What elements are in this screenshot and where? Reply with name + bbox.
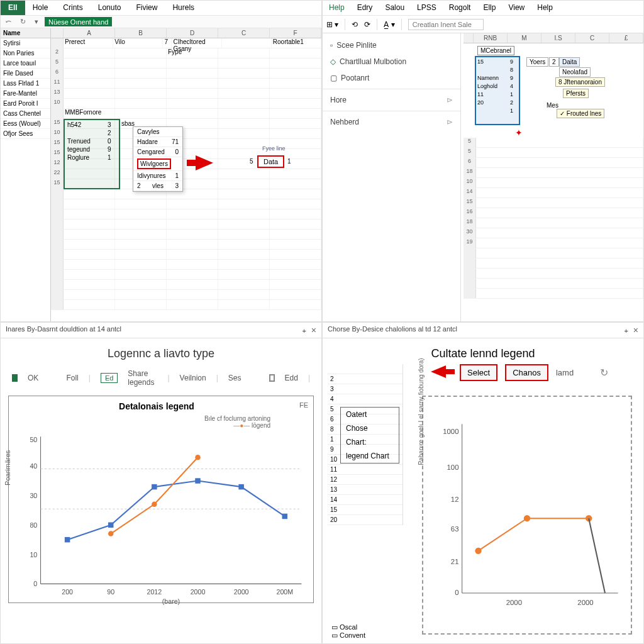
chart-placeholder[interactable]: Pahanıre goelı I el sarny fiobung dora) … [422,396,632,635]
svg-text:2000: 2000 [191,588,206,596]
list-item[interactable]: Eard Poroit I [1,99,50,109]
menu-item[interactable]: Rogolt [443,1,477,15]
chart-main-title: Logennc a liavto type [1,338,321,364]
selection-range[interactable]: h5423 2 Trenued0 tegeund9 Roglure1 [64,119,120,189]
col-header[interactable]: A [64,28,115,38]
redo-icon[interactable]: ⟳ [364,20,370,29]
cell[interactable]: MMBFornore [64,109,115,118]
svg-text:63: 63 [451,525,459,533]
col-header[interactable]: F [270,28,321,38]
menu-item[interactable]: Hole [25,1,56,15]
svg-text:200: 200 [62,588,73,596]
list-item[interactable]: Eess (Wouel) [1,119,50,129]
list-item[interactable]: Ofjor Sees [1,129,50,139]
cell-label: Fyee line [262,145,286,152]
list-item[interactable]: Non Paries [1,48,50,58]
menu-item[interactable]: Edry [351,1,379,15]
ed-button[interactable]: Ed [101,373,118,383]
cell[interactable]: 7 [163,38,172,48]
footer-item[interactable]: ▭ Oscal [331,623,365,631]
chanos-button[interactable]: Chanos [505,364,548,381]
highlighted-option[interactable]: Wivlgoers [137,158,171,169]
drag-handle-icon[interactable]: ✦ [515,128,523,138]
svg-text:2000: 2000 [234,588,249,596]
svg-rect-11 [108,523,114,528]
dropdown-icon[interactable]: ▾ [32,17,41,26]
footer-item[interactable]: ▭ Convent [331,631,365,640]
refresh-icon[interactable]: ↻ [600,367,608,379]
menu-item[interactable]: Help [531,1,559,15]
chart-container[interactable]: Detalonais legend FE Bıle cf foclurng ar… [8,396,314,603]
menu-option[interactable]: ◇Chartllual Mulbotion [323,53,460,70]
dropdown-item[interactable]: Oatert [341,408,399,421]
undo-icon[interactable]: ⤺ [3,17,14,26]
menu-help[interactable]: Help [323,1,351,15]
cell[interactable] [222,38,272,48]
search-input[interactable] [408,19,484,30]
header-tag[interactable]: MCebranel [477,46,514,55]
spreadsheet-grid[interactable]: A B D C F Prerect Vilo 7 CIhecltored Gsa… [51,28,321,321]
sheet-area: Name Sytirsi Non Paries Larce toauıl Fil… [1,28,321,321]
menu-item[interactable]: Crints [55,1,90,15]
grid-body[interactable]: Prerect Vilo 7 CIhecltored Gsany Roortab… [51,38,321,310]
col-header[interactable]: B [115,28,167,38]
menu-option[interactable]: Nehberd⊳ [323,114,460,130]
dropdown-item[interactable]: Chart: [341,435,399,449]
mini-spreadsheet[interactable]: RNB M I.S C £ MCebranel 159 8 Namenn9 Lo… [461,33,643,321]
menu-option[interactable]: ▫Scee Pinlite [323,37,460,53]
context-popup[interactable]: Cavyles Hadare71 Cengared0 Wivlgoers Idi… [133,126,183,192]
col-header[interactable]: D [167,28,218,38]
list-item[interactable]: Cass Chentel [1,109,50,119]
close-icon[interactable]: × [311,325,316,335]
data-button[interactable]: Data [257,155,284,168]
redo-icon[interactable]: ↻ [18,17,28,26]
list-item[interactable]: Larce toauıl [1,58,50,69]
col-header[interactable]: C [218,28,270,38]
page-icon: ▫ [330,41,333,50]
list-item[interactable]: Fare-Mantel [1,89,50,99]
button-row: Select Chanos lamd ↻ [460,364,608,381]
option[interactable]: Foll [66,374,78,382]
option[interactable]: Veilnion [180,374,206,382]
menu-option[interactable]: Hore⊳ [323,92,460,108]
menu-item[interactable]: Ellp [477,1,502,15]
menu-item[interactable]: Hurels [165,1,202,15]
checkbox-edd[interactable] [269,374,275,382]
option[interactable]: Ses [228,374,242,382]
dropdown-item[interactable]: Chose [341,421,399,435]
cell[interactable]: CIhecltored Gsany [172,38,221,48]
cell[interactable]: Prerect [64,38,113,48]
selection-range[interactable]: 159 8 Namenn9 Loghold4 111 202 1 [475,56,520,125]
list-item[interactable]: Sytirsi [1,38,50,48]
list-item[interactable]: Lass Flrlad 1 [1,79,50,89]
cell[interactable]: Fype [167,48,218,58]
format-icon[interactable]: A̲ ▾ [384,20,394,29]
dropdown-item[interactable]: legend Chart [341,449,399,463]
menu-item[interactable]: Lonuto [91,1,129,15]
cell[interactable]: Vilo [113,38,163,48]
select-button[interactable]: Select [460,364,497,381]
cell-tag: Yoers [526,57,548,67]
add-icon[interactable]: + [624,327,628,335]
name-box[interactable]: Nüese Oınent hand [45,17,112,26]
menu-file[interactable]: Ell [1,1,25,15]
menu-option[interactable]: ▢Pootanrt [323,70,460,86]
list-item[interactable]: File Dased [1,69,50,79]
option[interactable]: Share legends [128,369,157,387]
menu-item[interactable]: LPSS [411,1,443,15]
cell[interactable]: Roortable1 [272,38,321,48]
menu-item[interactable]: View [502,1,531,15]
close-icon[interactable]: × [633,325,638,335]
svg-text:90: 90 [107,588,114,596]
menubar: Ell Hole Crints Lonuto Fiview Hurels [1,1,321,16]
svg-text:(bare): (bare) [162,597,180,605]
undo-icon[interactable]: ⟲ [352,20,358,29]
table-icon[interactable]: ⊞ ▾ [326,20,338,29]
menu-item[interactable]: Salou [379,1,411,15]
checkbox-ok[interactable] [12,374,18,382]
chart-type-dropdown[interactable]: Oatert Chose Chart: legend Chart [340,407,399,464]
menu-item[interactable]: Fiview [128,1,165,15]
corner[interactable] [51,28,64,38]
left-pane: Name Sytirsi Non Paries Larce toauıl Fil… [1,28,51,321]
add-icon[interactable]: + [302,327,306,335]
